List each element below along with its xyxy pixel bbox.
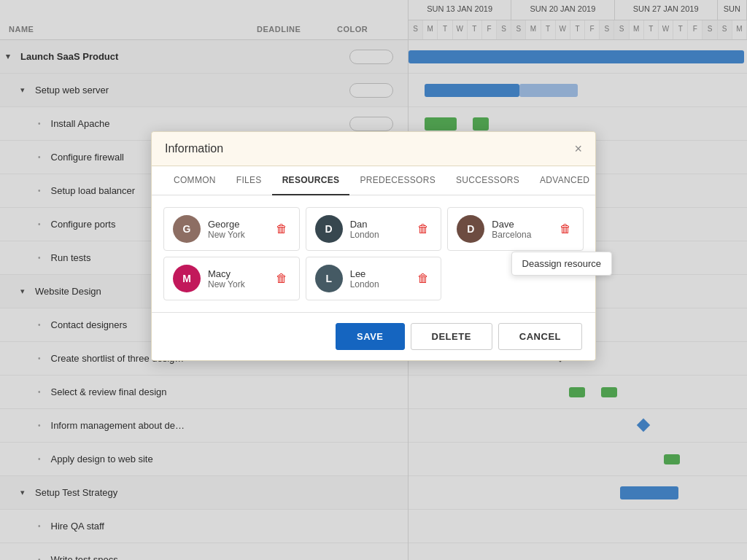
- delete-resource-button[interactable]: 🗑: [273, 271, 290, 287]
- modal-title: Information: [165, 142, 223, 155]
- resource-info-dan: Dan London: [350, 219, 408, 240]
- modal-header: Information ×: [152, 132, 595, 166]
- resource-card-macy: M Macy New York 🗑: [163, 257, 300, 300]
- resource-location: London: [350, 279, 408, 289]
- resource-location: New York: [208, 230, 266, 240]
- resource-info-george: George New York: [208, 219, 266, 240]
- resource-name: George: [208, 219, 266, 230]
- information-modal: Information × COMMON FILES RESOURCES PRE…: [151, 131, 596, 361]
- tab-files[interactable]: FILES: [226, 166, 272, 195]
- avatar-dave: D: [457, 215, 484, 243]
- modal-overlay: Information × COMMON FILES RESOURCES PRE…: [0, 0, 747, 560]
- modal-footer: SAVE DELETE CANCEL: [152, 312, 595, 360]
- resource-location: London: [350, 230, 408, 240]
- avatar-macy: M: [173, 265, 201, 292]
- tab-common[interactable]: COMMON: [163, 166, 226, 195]
- resource-card-lee: L Lee London 🗑: [306, 257, 442, 300]
- resource-name: Macy: [208, 268, 266, 279]
- resources-grid: G George New York 🗑 D Dan London 🗑 D: [152, 195, 595, 312]
- delete-resource-button[interactable]: 🗑: [414, 221, 432, 237]
- resource-name: Dan: [350, 219, 408, 230]
- resource-info-dave: Dave Barcelona: [492, 219, 549, 240]
- resource-name: Dave: [492, 219, 549, 230]
- modal-tabs: COMMON FILES RESOURCES PREDECESSORS SUCC…: [152, 166, 595, 195]
- delete-button[interactable]: DELETE: [411, 323, 492, 350]
- delete-resource-button[interactable]: 🗑: [414, 271, 432, 287]
- resource-name: Lee: [350, 268, 408, 279]
- deassign-tooltip: Deassign resource: [511, 252, 612, 276]
- close-button[interactable]: ×: [574, 142, 582, 155]
- save-button[interactable]: SAVE: [336, 323, 404, 350]
- resource-info-lee: Lee London: [350, 268, 408, 289]
- resource-info-macy: Macy New York: [208, 268, 266, 289]
- tab-predecessors[interactable]: PREDECESSORS: [349, 166, 446, 195]
- tab-advanced[interactable]: ADVANCED: [530, 166, 600, 195]
- cancel-button[interactable]: CANCEL: [498, 323, 582, 350]
- delete-resource-button[interactable]: 🗑: [273, 221, 290, 237]
- avatar-dan: D: [315, 215, 343, 243]
- resource-card-dave: D Dave Barcelona 🗑 Deassign resource: [447, 207, 584, 251]
- tab-resources[interactable]: RESOURCES: [272, 166, 350, 195]
- resource-location: Barcelona: [492, 230, 549, 240]
- resource-card-dan: D Dan London 🗑: [306, 207, 442, 251]
- resource-location: New York: [208, 279, 266, 289]
- resource-card-george: G George New York 🗑: [163, 207, 300, 251]
- delete-resource-button[interactable]: 🗑: [557, 221, 574, 237]
- avatar-george: G: [173, 215, 201, 243]
- tab-successors[interactable]: SUCCESSORS: [446, 166, 530, 195]
- avatar-lee: L: [315, 265, 343, 292]
